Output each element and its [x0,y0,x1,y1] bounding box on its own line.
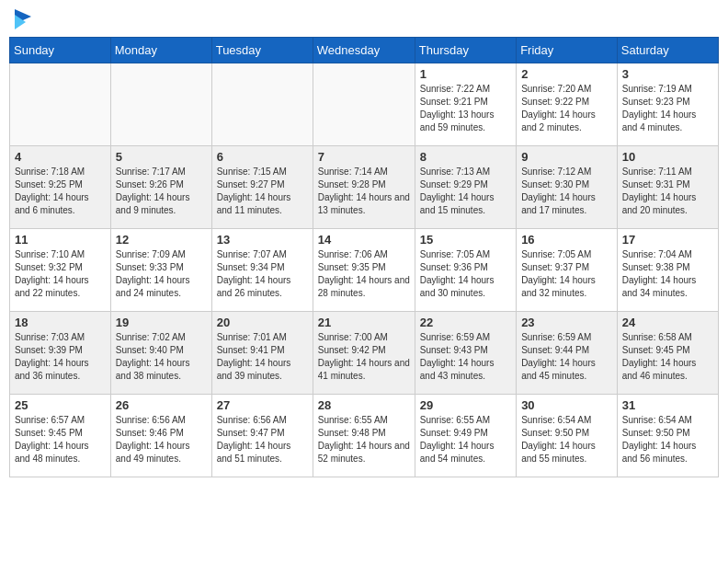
day-number: 9 [521,150,612,164]
calendar-cell: 28Sunrise: 6:55 AM Sunset: 9:48 PM Dayli… [313,395,415,477]
calendar-week-row: 11Sunrise: 7:10 AM Sunset: 9:32 PM Dayli… [10,229,719,312]
calendar-cell [10,63,111,146]
calendar-cell: 14Sunrise: 7:06 AM Sunset: 9:35 PM Dayli… [313,229,415,312]
calendar-cell: 5Sunrise: 7:17 AM Sunset: 9:26 PM Daylig… [110,146,211,229]
day-number: 28 [318,398,410,412]
day-number: 24 [622,316,713,329]
calendar-cell: 20Sunrise: 7:01 AM Sunset: 9:41 PM Dayli… [211,312,313,395]
calendar-cell: 8Sunrise: 7:13 AM Sunset: 9:29 PM Daylig… [415,146,516,229]
cell-content: Sunrise: 7:20 AM Sunset: 9:22 PM Dayligh… [521,83,612,134]
calendar-cell: 10Sunrise: 7:11 AM Sunset: 9:31 PM Dayli… [617,146,718,229]
day-number: 20 [217,316,308,329]
calendar-cell: 3Sunrise: 7:19 AM Sunset: 9:23 PM Daylig… [617,63,718,146]
day-number: 31 [622,398,713,412]
calendar-cell: 13Sunrise: 7:07 AM Sunset: 9:34 PM Dayli… [211,229,313,312]
calendar-cell: 24Sunrise: 6:58 AM Sunset: 9:45 PM Dayli… [617,312,718,395]
day-number: 3 [622,67,713,81]
day-number: 19 [116,316,207,329]
calendar-table: SundayMondayTuesdayWednesdayThursdayFrid… [9,37,719,477]
calendar-cell: 11Sunrise: 7:10 AM Sunset: 9:32 PM Dayli… [10,229,111,312]
calendar-cell: 16Sunrise: 7:05 AM Sunset: 9:37 PM Dayli… [517,229,618,312]
day-of-week-header: Monday [110,38,211,63]
logo [13,9,31,29]
calendar-cell: 29Sunrise: 6:55 AM Sunset: 9:49 PM Dayli… [415,395,516,477]
calendar-cell: 2Sunrise: 7:20 AM Sunset: 9:22 PM Daylig… [517,63,618,146]
day-number: 14 [318,233,410,247]
day-number: 25 [15,398,106,412]
day-number: 6 [217,150,308,164]
day-of-week-header: Saturday [617,38,718,63]
calendar-cell: 25Sunrise: 6:57 AM Sunset: 9:45 PM Dayli… [10,395,111,477]
calendar-cell: 27Sunrise: 6:56 AM Sunset: 9:47 PM Dayli… [211,395,313,477]
cell-content: Sunrise: 6:56 AM Sunset: 9:47 PM Dayligh… [217,414,308,465]
day-number: 29 [420,398,511,412]
calendar-cell [211,63,313,146]
cell-content: Sunrise: 7:03 AM Sunset: 9:39 PM Dayligh… [15,331,106,383]
day-of-week-header: Tuesday [211,38,313,63]
calendar-cell: 6Sunrise: 7:15 AM Sunset: 9:27 PM Daylig… [211,146,313,229]
day-number: 5 [116,150,207,164]
calendar-cell: 9Sunrise: 7:12 AM Sunset: 9:30 PM Daylig… [517,146,618,229]
calendar-cell: 19Sunrise: 7:02 AM Sunset: 9:40 PM Dayli… [110,312,211,395]
day-number: 16 [521,233,612,247]
cell-content: Sunrise: 7:05 AM Sunset: 9:36 PM Dayligh… [420,248,511,300]
cell-content: Sunrise: 7:13 AM Sunset: 9:29 PM Dayligh… [420,166,511,217]
cell-content: Sunrise: 6:55 AM Sunset: 9:48 PM Dayligh… [318,414,410,465]
cell-content: Sunrise: 7:10 AM Sunset: 9:32 PM Dayligh… [15,248,106,300]
logo-icon [15,9,31,29]
cell-content: Sunrise: 7:18 AM Sunset: 9:25 PM Dayligh… [15,166,106,217]
cell-content: Sunrise: 6:58 AM Sunset: 9:45 PM Dayligh… [622,331,713,383]
calendar-cell: 26Sunrise: 6:56 AM Sunset: 9:46 PM Dayli… [110,395,211,477]
calendar-cell: 18Sunrise: 7:03 AM Sunset: 9:39 PM Dayli… [10,312,111,395]
calendar-cell: 12Sunrise: 7:09 AM Sunset: 9:33 PM Dayli… [110,229,211,312]
day-number: 8 [420,150,511,164]
cell-content: Sunrise: 7:17 AM Sunset: 9:26 PM Dayligh… [116,166,207,217]
cell-content: Sunrise: 7:00 AM Sunset: 9:42 PM Dayligh… [318,331,410,383]
calendar-cell: 31Sunrise: 6:54 AM Sunset: 9:50 PM Dayli… [617,395,718,477]
calendar-week-row: 18Sunrise: 7:03 AM Sunset: 9:39 PM Dayli… [10,312,719,395]
day-number: 30 [521,398,612,412]
day-number: 12 [116,233,207,247]
calendar-cell: 4Sunrise: 7:18 AM Sunset: 9:25 PM Daylig… [10,146,111,229]
day-number: 15 [420,233,511,247]
day-number: 11 [15,233,106,247]
day-of-week-header: Wednesday [313,38,415,63]
cell-content: Sunrise: 7:01 AM Sunset: 9:41 PM Dayligh… [217,331,308,383]
calendar-cell [313,63,415,146]
calendar-cell: 17Sunrise: 7:04 AM Sunset: 9:38 PM Dayli… [617,229,718,312]
cell-content: Sunrise: 6:56 AM Sunset: 9:46 PM Dayligh… [116,414,207,465]
calendar-cell: 1Sunrise: 7:22 AM Sunset: 9:21 PM Daylig… [415,63,516,146]
day-number: 21 [318,316,410,329]
cell-content: Sunrise: 7:19 AM Sunset: 9:23 PM Dayligh… [622,83,713,134]
cell-content: Sunrise: 7:07 AM Sunset: 9:34 PM Dayligh… [217,248,308,300]
cell-content: Sunrise: 7:22 AM Sunset: 9:21 PM Dayligh… [420,83,511,134]
calendar-cell: 30Sunrise: 6:54 AM Sunset: 9:50 PM Dayli… [517,395,618,477]
page-header [9,9,719,29]
calendar-header-row: SundayMondayTuesdayWednesdayThursdayFrid… [10,38,719,63]
cell-content: Sunrise: 6:59 AM Sunset: 9:43 PM Dayligh… [420,331,511,383]
cell-content: Sunrise: 7:09 AM Sunset: 9:33 PM Dayligh… [116,248,207,300]
cell-content: Sunrise: 7:04 AM Sunset: 9:38 PM Dayligh… [622,248,713,300]
cell-content: Sunrise: 6:54 AM Sunset: 9:50 PM Dayligh… [521,414,612,465]
cell-content: Sunrise: 6:55 AM Sunset: 9:49 PM Dayligh… [420,414,511,465]
calendar-cell [110,63,211,146]
calendar-week-row: 4Sunrise: 7:18 AM Sunset: 9:25 PM Daylig… [10,146,719,229]
cell-content: Sunrise: 7:15 AM Sunset: 9:27 PM Dayligh… [217,166,308,217]
calendar-cell: 7Sunrise: 7:14 AM Sunset: 9:28 PM Daylig… [313,146,415,229]
day-number: 10 [622,150,713,164]
calendar-cell: 23Sunrise: 6:59 AM Sunset: 9:44 PM Dayli… [517,312,618,395]
day-number: 17 [622,233,713,247]
day-number: 18 [15,316,106,329]
calendar-cell: 21Sunrise: 7:00 AM Sunset: 9:42 PM Dayli… [313,312,415,395]
calendar-cell: 22Sunrise: 6:59 AM Sunset: 9:43 PM Dayli… [415,312,516,395]
day-of-week-header: Friday [517,38,618,63]
cell-content: Sunrise: 7:12 AM Sunset: 9:30 PM Dayligh… [521,166,612,217]
day-number: 27 [217,398,308,412]
cell-content: Sunrise: 7:06 AM Sunset: 9:35 PM Dayligh… [318,248,410,300]
cell-content: Sunrise: 7:11 AM Sunset: 9:31 PM Dayligh… [622,166,713,217]
day-number: 2 [521,67,612,81]
day-number: 23 [521,316,612,329]
day-number: 26 [116,398,207,412]
cell-content: Sunrise: 6:54 AM Sunset: 9:50 PM Dayligh… [622,414,713,465]
cell-content: Sunrise: 7:14 AM Sunset: 9:28 PM Dayligh… [318,166,410,217]
